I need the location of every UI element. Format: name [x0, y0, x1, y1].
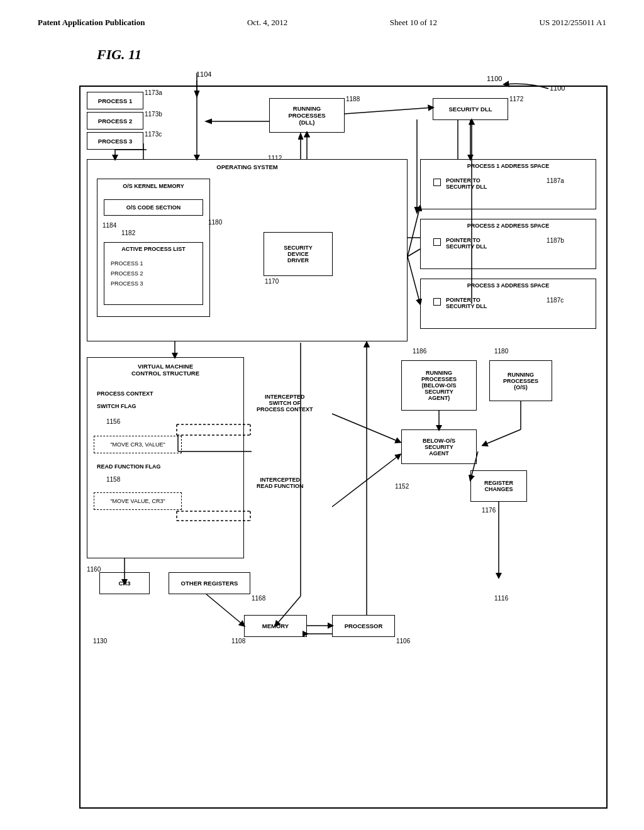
- intercepted-switch-label: INTERCEPTEDSWITCH OFPROCESS CONTEXT: [257, 394, 313, 412]
- sheet-label: Sheet 10 of 12: [390, 18, 437, 28]
- ref-1173a: 1173a: [145, 89, 162, 96]
- below-os-security-agent-box: BELOW-O/S SECURITY AGENT: [401, 429, 477, 464]
- process1-addr-box: PROCESS 1 ADDRESS SPACE POINTER TOSECURI…: [420, 159, 596, 209]
- ref-1187c: 1187c: [547, 297, 564, 304]
- running-processes-dll-box: RUNNING PROCESSES (DLL): [269, 98, 345, 133]
- ref-1100-outside: 1100: [523, 79, 574, 99]
- page-header: Patent Application Publication Oct. 4, 2…: [0, 0, 644, 34]
- process2-addr-label: PROCESS 2 ADDRESS SPACE: [467, 223, 550, 229]
- register-changes-box: REGISTER CHANGES: [470, 470, 527, 502]
- pointer-square-3: [433, 298, 441, 306]
- ref-1100: 1100: [487, 75, 502, 82]
- ref-1104: 1104: [196, 70, 211, 78]
- ref-1158: 1158: [106, 476, 120, 483]
- svg-text:1100: 1100: [550, 84, 565, 92]
- other-registers-box: OTHER REGISTERS: [169, 572, 250, 594]
- ref-1106: 1106: [396, 638, 410, 645]
- ref-1168: 1168: [252, 595, 265, 602]
- ref-1172: 1172: [509, 96, 523, 102]
- ref-1100-arrow: 1100: [523, 79, 574, 98]
- pointer-label-3: POINTER TOSECURITY DLL: [446, 297, 487, 309]
- security-dll-box: SECURITY DLL: [433, 98, 508, 120]
- process2-box: PROCESS 2: [87, 112, 143, 130]
- vmcs-box: VIRTUAL MACHINECONTROL STRUCTURE PROCESS…: [87, 357, 244, 558]
- running-processes-os-box: RUNNING PROCESSES (O/S): [489, 360, 552, 401]
- ref-1180a: 1180: [208, 219, 222, 226]
- figure-label: FIG. 11: [97, 47, 142, 63]
- ref-1187a: 1187a: [547, 177, 564, 184]
- ref-1152: 1152: [395, 483, 409, 490]
- process-list-items: PROCESS 1 PROCESS 2 PROCESS 3: [111, 258, 143, 289]
- process3-addr-label: PROCESS 3 ADDRESS SPACE: [467, 282, 550, 289]
- ref-1160: 1160: [87, 566, 101, 573]
- pointer-square-2: [433, 238, 441, 246]
- process3-addr-box: PROCESS 3 ADDRESS SPACE POINTER TOSECURI…: [420, 279, 596, 329]
- ref-1176: 1176: [482, 507, 496, 514]
- process-context-label: PROCESS CONTEXT: [97, 390, 153, 397]
- ref-1187b: 1187b: [547, 237, 564, 244]
- ref-1108: 1108: [231, 638, 245, 645]
- ref-1182: 1182: [121, 230, 135, 236]
- process2-addr-box: PROCESS 2 ADDRESS SPACE POINTER TOSECURI…: [420, 219, 596, 269]
- os-code-section-box: O/S CODE SECTION: [104, 199, 203, 216]
- process3-box: PROCESS 3: [87, 132, 143, 150]
- os-kernel-box: O/S KERNEL MEMORY O/S CODE SECTION 1184 …: [97, 179, 210, 317]
- ref-1173b: 1173b: [145, 111, 162, 118]
- page: Patent Application Publication Oct. 4, 2…: [0, 0, 644, 830]
- pointer-label-2: POINTER TOSECURITY DLL: [446, 237, 487, 250]
- intercepted-read-label: INTERCEPTEDREAD FUNCTION: [257, 477, 304, 489]
- active-process-list-label: ACTIVE PROCESS LIST: [121, 246, 186, 252]
- patent-number: US 2012/255011 A1: [540, 18, 606, 28]
- active-process-list-box: ACTIVE PROCESS LIST PROCESS 1 PROCESS 2 …: [104, 242, 203, 305]
- running-processes-below-os-box: RUNNING PROCESSES (BELOW-O/S SECURITY AG…: [401, 360, 477, 411]
- process1-box: PROCESS 1: [87, 92, 143, 109]
- os-label: OPERATING SYSTEM: [216, 163, 277, 170]
- date-label: Oct. 4, 2012: [247, 18, 287, 28]
- ref-1156: 1156: [106, 418, 120, 425]
- ref-1170: 1170: [265, 278, 279, 285]
- switch-flag-label: SWITCH FLAG: [97, 403, 136, 409]
- read-function-flag-label: READ FUNCTION FLAG: [97, 463, 161, 470]
- ref-1188: 1188: [346, 96, 360, 102]
- publication-label: Patent Application Publication: [38, 18, 145, 28]
- ref-1184: 1184: [103, 222, 116, 229]
- outer-box-1100: PROCESS 1 1173a PROCESS 2 1173b PROCESS …: [79, 86, 608, 809]
- ref-1180b: 1180: [494, 348, 508, 355]
- ref-1186: 1186: [413, 348, 426, 355]
- ref-1116: 1116: [494, 595, 508, 602]
- memory-box: MEMORY: [244, 615, 307, 637]
- move-cr3-box: "MOVE CR3, VALUE": [94, 436, 182, 453]
- os-box: OPERATING SYSTEM O/S KERNEL MEMORY O/S C…: [87, 159, 408, 341]
- vmcs-label: VIRTUAL MACHINECONTROL STRUCTURE: [131, 363, 199, 377]
- pointer-label-1: POINTER TOSECURITY DLL: [446, 177, 487, 190]
- os-kernel-label: O/S KERNEL MEMORY: [123, 183, 184, 189]
- cr3-box: CR3: [99, 572, 150, 594]
- pointer-square-1: [433, 179, 441, 186]
- process1-addr-label: PROCESS 1 ADDRESS SPACE: [467, 163, 550, 169]
- security-device-driver-box: SECURITY DEVICE DRIVER: [264, 232, 333, 276]
- ref-1173c: 1173c: [145, 131, 162, 138]
- processor-box: PROCESSOR: [332, 615, 395, 637]
- move-value-cr3-box: "MOVE VALUE, CR3": [94, 492, 182, 510]
- diagram-container: FIG. 11 1104 1100: [40, 40, 644, 807]
- ref-1130: 1130: [93, 638, 107, 645]
